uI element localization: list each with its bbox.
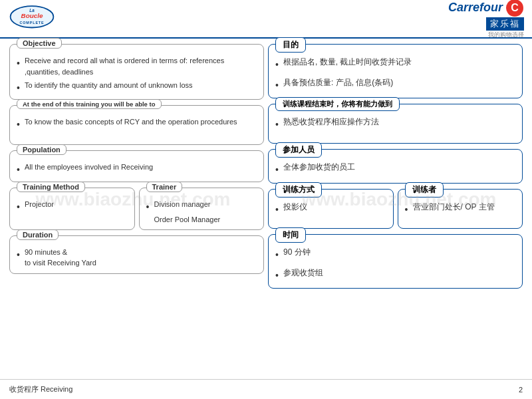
trainer-cn-bullet-1: • 营业部门处长/ OP 主管 xyxy=(405,200,516,218)
carrefour-icon: C xyxy=(505,0,524,17)
bullet-icon-7: • xyxy=(17,248,22,262)
bullet-icon-4: • xyxy=(17,163,22,177)
trainer-label: Trainer xyxy=(146,182,183,192)
population-cn-label: 参加人员 xyxy=(275,142,322,158)
trainer-bullet-1: • Division manager xyxy=(146,199,257,214)
training-goal-cn-label: 训练课程结束时，你将有能力做到 xyxy=(275,97,400,111)
logo-left: La Boucle COMPLETE xyxy=(8,3,56,34)
cn-bullet-icon-8: • xyxy=(275,267,281,284)
training-method-cn-box: 训练方式 • 投影仪 xyxy=(268,189,394,229)
logo-right: Carrefour C 家乐福 我的购物选择 xyxy=(448,0,524,39)
duration-cn-label: 时间 xyxy=(275,227,306,243)
population-cn-box: 参加人员 • 全体参加收货的员工 xyxy=(268,149,523,183)
trainer-cn-label: 训练者 xyxy=(405,182,444,198)
objective-bullet-2: • To identify the quantity and amount of… xyxy=(17,80,257,95)
bullet-icon-5: • xyxy=(17,200,22,214)
trainer-content: • Division manager Order Pool Manager xyxy=(146,199,257,225)
training-method-cn-label: 训练方式 xyxy=(275,182,322,198)
cn-bullet-icon-2: • xyxy=(275,77,281,94)
left-column: Objective • Receive and record all what … xyxy=(9,44,264,374)
training-goal-cn-content: • 熟悉收货程序相应操作方法 xyxy=(275,115,515,133)
training-goal-cn-box: 训练课程结束时，你将有能力做到 • 熟悉收货程序相应操作方法 xyxy=(268,104,523,144)
cn-bullet-icon-4: • xyxy=(275,162,281,178)
carrefour-chinese: 家乐福 xyxy=(486,17,524,31)
duration-box: Duration • 90 minutes & to visit Receivi… xyxy=(9,235,264,274)
objective-cn-box: 目的 • 根据品名, 数量, 截止时间收货并记录 • 具备预估质量: 产品, 信… xyxy=(268,44,523,98)
duration-cn-box: 时间 • 90 分钟 • 参观收货组 xyxy=(268,234,523,289)
objective-label: Objective xyxy=(17,38,62,49)
duration-content: • 90 minutes & to visit Receiving Yard xyxy=(17,247,257,269)
training-goal-cn-bullet-1: • 熟悉收货程序相应操作方法 xyxy=(275,115,515,133)
duration-label: Duration xyxy=(17,229,59,240)
cn-bullet-icon-5: • xyxy=(275,201,281,218)
objective-content: • Receive and record all what is ordered… xyxy=(17,55,257,95)
population-content: • All the employees involved in Receivin… xyxy=(17,162,257,177)
training-method-cn-content: • 投影仪 xyxy=(275,200,386,218)
bullet-icon-3: • xyxy=(17,118,22,132)
cn-bullet-icon-7: • xyxy=(275,247,281,263)
objective-cn-bullet-2: • 具备预估质量: 产品, 信息(条码) xyxy=(275,76,515,94)
training-method-box: Training Method • Projector xyxy=(9,188,135,230)
objective-box: Objective • Receive and record all what … xyxy=(9,44,264,100)
footer-right: 2 xyxy=(519,386,523,394)
training-goal-label: At the end of this training you will be … xyxy=(17,99,162,109)
population-bullet-1: • All the employees involved in Receivin… xyxy=(17,162,257,177)
objective-cn-label: 目的 xyxy=(275,37,306,53)
trainer-cn-box: 训练者 • 营业部门处长/ OP 主管 xyxy=(398,189,523,229)
duration-cn-content: • 90 分钟 • 参观收货组 xyxy=(275,245,515,284)
trainer-box: Trainer • Division manager Order Pool Ma… xyxy=(139,188,265,230)
cn-bullet-icon-1: • xyxy=(275,57,281,73)
training-goal-content: • To know the basic concepts of RCY and … xyxy=(17,116,257,132)
duration-cn-bullet-1: • 90 分钟 xyxy=(275,245,515,263)
header: La Boucle COMPLETE Carrefour C 家乐福 我的购物选… xyxy=(0,0,532,39)
training-method-content: • Projector xyxy=(17,199,128,214)
carrefour-slogan: 我的购物选择 xyxy=(488,31,524,39)
trainer-bullet-2-text: Order Pool Manager xyxy=(154,214,257,225)
svg-text:Boucle: Boucle xyxy=(21,12,43,19)
bullet-icon-2: • xyxy=(17,81,22,95)
carrefour-logo: Carrefour C 家乐福 我的购物选择 xyxy=(448,0,524,39)
svg-text:COMPLETE: COMPLETE xyxy=(19,21,44,25)
training-goal-bullet-1: • To know the basic concepts of RCY and … xyxy=(17,116,257,132)
bottom-right-row: 训练方式 • 投影仪 训练者 • 营业部门处长/ OP 主管 xyxy=(268,189,523,229)
population-label: Population xyxy=(17,144,66,155)
population-cn-content: • 全体参加收货的员工 xyxy=(275,160,515,178)
footer-left: 收货程序 Receiving xyxy=(9,384,72,394)
duration-bullet-1: • 90 minutes & to visit Receiving Yard xyxy=(17,247,257,269)
boucle-logo: La Boucle COMPLETE xyxy=(8,3,56,34)
footer: 收货程序 Receiving 2 xyxy=(0,379,532,399)
training-method-bullet-1: • Projector xyxy=(17,199,128,214)
training-goal-box: At the end of this training you will be … xyxy=(9,105,264,145)
trainer-cn-content: • 营业部门处长/ OP 主管 xyxy=(405,200,516,218)
objective-cn-content: • 根据品名, 数量, 截止时间收货并记录 • 具备预估质量: 产品, 信息(条… xyxy=(275,55,515,94)
svg-text:C: C xyxy=(511,2,519,13)
right-column: 目的 • 根据品名, 数量, 截止时间收货并记录 • 具备预估质量: 产品, 信… xyxy=(268,44,523,374)
population-box: Population • All the employees involved … xyxy=(9,150,264,182)
duration-cn-bullet-2: • 参观收货组 xyxy=(275,266,515,284)
objective-cn-bullet-1: • 根据品名, 数量, 截止时间收货并记录 xyxy=(275,55,515,73)
training-method-cn-bullet-1: • 投影仪 xyxy=(275,200,386,218)
main-content: Objective • Receive and record all what … xyxy=(0,39,532,379)
training-method-label: Training Method xyxy=(17,182,85,192)
cn-bullet-icon-6: • xyxy=(405,201,410,218)
carrefour-name: Carrefour xyxy=(448,1,503,15)
bullet-icon-6: • xyxy=(146,200,152,214)
bullet-icon-1: • xyxy=(17,57,22,70)
population-cn-bullet-1: • 全体参加收货的员工 xyxy=(275,160,515,178)
objective-bullet-1: • Receive and record all what is ordered… xyxy=(17,55,257,77)
cn-bullet-icon-3: • xyxy=(275,116,281,133)
bottom-left-row: Training Method • Projector Trainer • Di… xyxy=(9,188,264,230)
